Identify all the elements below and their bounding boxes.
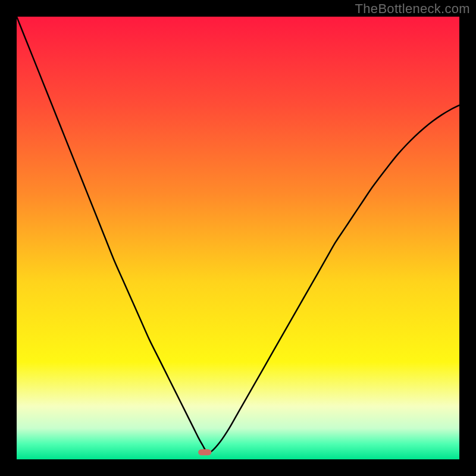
chart-container: TheBottleneck.com <box>0 0 476 476</box>
minimum-marker <box>198 449 211 455</box>
plot-area <box>17 17 459 459</box>
gradient-background <box>17 17 459 459</box>
watermark-text: TheBottleneck.com <box>355 1 470 17</box>
chart-svg <box>17 17 459 459</box>
